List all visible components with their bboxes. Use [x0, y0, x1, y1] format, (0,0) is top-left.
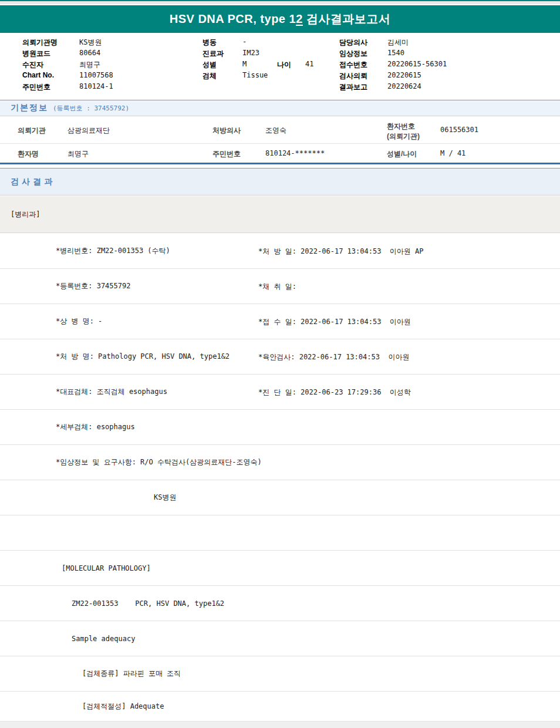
result-right: *육안검사: 2022-06-17 13:04:53 이아원 [258, 352, 409, 362]
result-left: *등록번호: 37455792 [56, 281, 130, 291]
value-receipt-no: 20220615-56301 [387, 60, 447, 68]
result-left: [검체종류] 파라핀 포매 조직 [82, 669, 181, 679]
result-row-blank [0, 515, 560, 551]
report-title-prefix: HSV DNA PCR, type 1 [170, 12, 296, 25]
label-referring-org: 의뢰기관 [18, 126, 46, 136]
report-title: HSV DNA PCR, type 12검사결과보고서 [170, 11, 391, 27]
value-resident-no-masked: 810124-******* [265, 149, 325, 157]
value-referring-org: 삼광의료재단 [68, 126, 110, 136]
value-ward: - [242, 38, 247, 46]
label-sex-age: 성별/나이 [387, 149, 417, 159]
result-right: *진 단 일: 2022-06-23 17:29:36 이성학 [258, 387, 411, 397]
result-left: Sample adequacy [72, 635, 135, 643]
value-specimen: Tissue [242, 71, 268, 79]
result-row-specimen-adequacy: [검체적절성] Adequate [0, 692, 560, 721]
basic-info-section-header: 기본정보 (등록번호 : 37455792) [0, 100, 560, 116]
label-attending-doctor: 담당의사 [339, 38, 367, 48]
value-ordering-doctor: 조영숙 [265, 126, 286, 136]
label-chart-no: Chart No. [22, 71, 54, 79]
label-sex: 성별 [203, 60, 217, 70]
result-right: *접 수 일: 2022-06-17 13:04:53 이아원 [258, 316, 411, 326]
label-result-report-date: 결과보고 [339, 82, 367, 92]
top-gray-strip [0, 1, 560, 5]
result-left: KS병원 [154, 493, 176, 503]
result-left: [검체적절성] Adequate [82, 702, 164, 712]
label-patient-no-line1: 환자번호 [387, 122, 415, 130]
label-patient-no: 환자번호(의뢰기관) [387, 122, 420, 141]
value-clinical-info: 1540 [387, 49, 404, 57]
basic-info-reg-no: (등록번호 : 37455792) [53, 104, 129, 113]
report-title-suffix: 검사결과보고서 [306, 12, 391, 25]
label-patient-name: 환자명 [18, 149, 39, 159]
department-name: [병리과] [11, 210, 40, 220]
label-clinical-info: 임상정보 [339, 49, 367, 59]
result-row-representative-specimen: *대표검체: 조직검체 esophagus *진 단 일: 2022-06-23… [0, 375, 560, 410]
result-rows: *병리번호: ZM22-001353 (수탁) *처 방 일: 2022-06-… [0, 234, 560, 721]
result-right: *채 취 일: [258, 281, 296, 291]
report-title-underlined: 2 [296, 12, 303, 25]
value-requesting-org: KS병원 [79, 38, 102, 48]
label-age: 나이 [277, 60, 291, 70]
result-left: *상 병 명: - [56, 316, 102, 326]
result-left: *병리번호: ZM22-001353 (수탁) [56, 246, 170, 256]
report-page: HSV DNA PCR, type 12검사결과보고서 의뢰기관명 KS병원 병… [0, 0, 560, 728]
department-row: [병리과] [0, 196, 560, 233]
result-row-hospital-name: KS병원 [0, 480, 560, 515]
result-left: *임상정보 및 요구사항: R/O 수탁검사(삼광의료재단-조영숙) [56, 457, 262, 467]
result-left: *세부검체: esophagus [56, 422, 135, 432]
result-row-order-name: *처 방 명: Pathology PCR, HSV DNA, type1&2 … [0, 339, 560, 375]
result-right: *처 방 일: 2022-06-17 13:04:53 이아원 AP [258, 246, 424, 256]
value-age: 41 [305, 60, 313, 68]
result-left: [MOLECULAR PATHOLOGY] [62, 564, 151, 572]
basic-info-bottom-accent [0, 163, 560, 164]
result-row-registration-no: *등록번호: 37455792 *채 취 일: [0, 269, 560, 304]
result-row-specimen-type: [검체종류] 파라핀 포매 조직 [0, 656, 560, 692]
bottom-gray-strip [0, 721, 560, 728]
label-test-request-date: 검사의뢰 [339, 71, 367, 81]
test-results-section-title: 검사결과 [11, 177, 55, 187]
value-examinee: 최명구 [79, 60, 100, 70]
report-title-banner: HSV DNA PCR, type 12검사결과보고서 [0, 5, 560, 33]
result-row-molecular-pathology: [MOLECULAR PATHOLOGY] [0, 551, 560, 586]
value-attending-doctor: 김세미 [387, 38, 409, 48]
result-row-clinical-request: *임상정보 및 요구사항: R/O 수탁검사(삼광의료재단-조영숙) [0, 445, 560, 480]
label-ward: 병동 [203, 38, 217, 48]
result-left: ZM22-001353 PCR, HSV DNA, type1&2 [72, 599, 224, 608]
value-chart-no: 11007568 [79, 71, 113, 79]
value-test-request-date: 20220615 [387, 71, 421, 79]
result-row-detail-specimen: *세부검체: esophagus [0, 410, 560, 445]
result-row-pathology-no: *병리번호: ZM22-001353 (수탁) *처 방 일: 2022-06-… [0, 234, 560, 269]
value-hospital-code: 80664 [79, 49, 100, 57]
result-row-sample-adequacy: Sample adequacy [0, 621, 560, 656]
value-resident-no: 810124-1 [79, 82, 113, 90]
value-patient-no: 061556301 [440, 126, 478, 134]
basic-info-section-title: 기본정보 [11, 103, 48, 113]
label-resident-no: 주민번호 [22, 82, 50, 92]
label-requesting-org: 의뢰기관명 [22, 38, 58, 48]
value-sex-age: M / 41 [440, 149, 465, 157]
label-hospital-code: 병원코드 [22, 49, 50, 59]
header-info: 의뢰기관명 KS병원 병원코드 80664 수진자 최명구 Chart No. … [0, 33, 560, 100]
test-results-section-header: 검사결과 [0, 168, 560, 196]
value-result-report-date: 20220624 [387, 82, 421, 90]
value-department: IM23 [242, 49, 259, 57]
label-resident-no-masked: 주민번호 [212, 149, 241, 159]
basic-info-row: 환자명 최명구 주민번호 810124-******* 성별/나이 M / 41 [0, 144, 560, 163]
label-patient-no-line2: (의뢰기관) [387, 132, 420, 141]
label-examinee: 수진자 [22, 60, 43, 70]
result-left: *처 방 명: Pathology PCR, HSV DNA, type1&2 [56, 352, 230, 362]
basic-info-table: 의뢰기관 삼광의료재단 처방의사 조영숙 환자번호(의뢰기관) 06155630… [0, 117, 560, 164]
label-receipt-no: 접수번호 [339, 60, 367, 70]
result-row-diagnosis-name: *상 병 명: - *접 수 일: 2022-06-17 13:04:53 이아… [0, 304, 560, 339]
value-patient-name: 최명구 [68, 149, 89, 159]
basic-info-row: 의뢰기관 삼광의료재단 처방의사 조영숙 환자번호(의뢰기관) 06155630… [0, 117, 560, 144]
label-ordering-doctor: 처방의사 [212, 126, 241, 136]
result-left: *대표검체: 조직검체 esophagus [56, 387, 167, 397]
label-specimen: 검체 [203, 71, 217, 81]
value-sex: M [242, 60, 247, 68]
label-department: 진료과 [203, 49, 224, 59]
result-row-test-item: ZM22-001353 PCR, HSV DNA, type1&2 [0, 586, 560, 621]
